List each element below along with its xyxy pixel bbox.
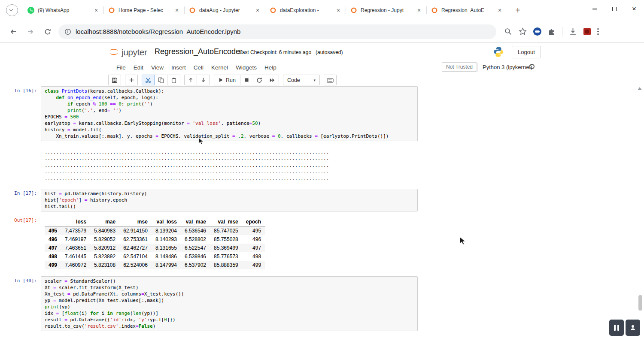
code-token: idx xyxy=(45,311,56,316)
scrollbar-thumb[interactable] xyxy=(638,295,642,311)
menu-kernel[interactable]: Kernel xyxy=(207,63,232,72)
table-row: 4997.4609725.82310862.5240068.1479946.53… xyxy=(45,261,265,269)
scrollbar-up-button[interactable] xyxy=(638,87,642,90)
code-line: hist = pd.DataFrame(history.history) xyxy=(45,190,414,197)
code-token: hist xyxy=(45,191,59,196)
browser-tab[interactable]: Home Page - Selec× xyxy=(104,0,185,21)
search-icon[interactable] xyxy=(504,27,512,36)
reload-button[interactable] xyxy=(40,24,55,39)
maximize-button[interactable] xyxy=(605,0,624,18)
table-header-cell: val_mae xyxy=(181,217,210,226)
code-token: pd.DataFrame(Xt, columns xyxy=(70,291,142,297)
tab-close-icon[interactable]: × xyxy=(335,7,342,14)
browser-tab[interactable]: Regression_AutoE× xyxy=(427,0,507,21)
restart-run-all-button[interactable] xyxy=(266,75,279,85)
forward-button[interactable] xyxy=(23,24,38,39)
back-button[interactable] xyxy=(6,24,21,39)
extension-blue-icon[interactable] xyxy=(533,27,541,36)
tab-close-icon[interactable]: × xyxy=(173,7,180,14)
paste-cells-button[interactable] xyxy=(167,75,180,85)
table-cell: 7.463651 xyxy=(61,244,90,252)
table-cell: 496 xyxy=(242,235,265,244)
code-token xyxy=(67,114,70,120)
run-button[interactable]: Run xyxy=(214,75,240,85)
download-icon[interactable] xyxy=(569,27,577,36)
code-token: '' xyxy=(113,108,118,113)
menu-file[interactable]: File xyxy=(112,63,130,72)
code-token: (self, epoch, logs): xyxy=(101,95,158,100)
cell-type-dropdown[interactable]: Code▾ xyxy=(283,75,320,85)
save-notebook-button[interactable] xyxy=(108,75,121,85)
tab-close-icon[interactable]: × xyxy=(496,7,503,14)
browser-tab[interactable]: Regression - Jupyt× xyxy=(346,0,427,21)
restart-kernel-button[interactable] xyxy=(253,75,266,85)
bookmark-star-icon[interactable] xyxy=(519,27,527,36)
toolbar-button-group xyxy=(142,75,180,85)
code-token: pd.DataFrame(history.history) xyxy=(62,191,147,196)
address-bar[interactable]: localhost:8888/notebooks/Regression_Auto… xyxy=(58,24,496,39)
table-cell: 5.840983 xyxy=(90,226,119,235)
browser-tab[interactable]: (9) WhatsApp× xyxy=(23,0,104,21)
menu-edit[interactable]: Edit xyxy=(130,63,147,72)
copy-cells-button[interactable] xyxy=(155,75,167,85)
code-line: print(yp) xyxy=(45,304,414,310)
browser-tab[interactable]: dataAug - Jupyter× xyxy=(185,0,265,21)
close-window-button[interactable]: × xyxy=(624,0,644,18)
code-token: = xyxy=(155,133,158,139)
table-row: 4967.4691975.82905262.7533618.1402936.52… xyxy=(45,235,265,244)
input-prompt: In [16]: xyxy=(0,86,41,141)
table-header-row: lossmaemseval_lossval_maeval_mseepoch xyxy=(45,217,265,226)
code-token: 'val_loss' xyxy=(192,121,221,126)
table-cell: 7.460972 xyxy=(61,261,90,269)
move-cell-down-button[interactable] xyxy=(197,75,210,85)
code-token: PrintDots xyxy=(62,88,88,94)
code-input[interactable]: hist = pd.DataFrame(history.history)hist… xyxy=(41,189,418,211)
menu-view[interactable]: View xyxy=(147,63,167,72)
tab-close-icon[interactable]: × xyxy=(416,7,422,14)
table-cell: 6.522547 xyxy=(181,244,210,252)
browser-toolbar: localhost:8888/notebooks/Regression_Auto… xyxy=(0,21,644,43)
chevron-down-icon xyxy=(9,8,13,11)
logout-button[interactable]: Logout xyxy=(512,46,541,58)
browser-menu-button[interactable] xyxy=(597,28,599,35)
code-input[interactable]: scaler = StandardScaler()Xt = scaler.fit… xyxy=(41,276,418,331)
table-cell: 495 xyxy=(242,226,265,235)
cut-cells-button[interactable] xyxy=(142,75,155,85)
minimize-button[interactable] xyxy=(585,0,605,18)
jupyter-logo[interactable]: jupyter xyxy=(107,45,147,58)
new-tab-button[interactable]: + xyxy=(512,6,524,15)
not-trusted-button[interactable]: Not Trusted xyxy=(442,62,477,72)
code-token: on_epoch_end xyxy=(67,95,101,100)
insert-cell-below-button[interactable] xyxy=(125,75,138,85)
table-cell: 8.140293 xyxy=(152,235,181,244)
extensions-puzzle-icon[interactable] xyxy=(548,28,556,36)
tab-close-icon[interactable]: × xyxy=(254,7,261,14)
code-token: (i) xyxy=(79,311,91,316)
table-header-cell: loss xyxy=(61,217,90,226)
code-input[interactable]: class PrintDots(keras.callbacks.Callback… xyxy=(41,86,418,141)
notebook-title[interactable]: Regression_AutoEncoder xyxy=(155,47,243,56)
move-cell-up-button[interactable] xyxy=(184,75,197,85)
output-prompt xyxy=(0,145,41,182)
recording-user-button[interactable] xyxy=(626,320,640,336)
menu-cell[interactable]: Cell xyxy=(190,63,207,72)
open-command-palette-button[interactable] xyxy=(324,75,337,85)
tab-label: dataExploration - xyxy=(280,7,331,13)
code-token: ) xyxy=(153,323,156,329)
code-line: result = pd.DataFrame({'id':idx, 'y':yp.… xyxy=(45,317,414,323)
code-cell: In [30]:scaler = StandardScaler()Xt = sc… xyxy=(0,276,644,331)
tab-close-icon[interactable]: × xyxy=(93,7,100,14)
table-header-cell: epoch xyxy=(242,217,265,226)
interrupt-kernel-button[interactable] xyxy=(240,75,253,85)
browser-tab[interactable]: dataExploration - × xyxy=(265,0,346,21)
table-header-cell xyxy=(45,217,61,226)
recording-pause-button[interactable] xyxy=(609,320,624,336)
toolbar-button-group: Run xyxy=(214,75,279,85)
menu-insert[interactable]: Insert xyxy=(167,63,190,72)
menu-help[interactable]: Help xyxy=(261,63,280,72)
extension-red-icon[interactable] xyxy=(583,28,591,35)
menu-widgets[interactable]: Widgets xyxy=(232,63,261,72)
tab-search-button[interactable] xyxy=(6,4,18,16)
kernel-name: Python 3 (ipykernel) xyxy=(483,64,532,70)
row-index-cell: 498 xyxy=(45,252,61,261)
